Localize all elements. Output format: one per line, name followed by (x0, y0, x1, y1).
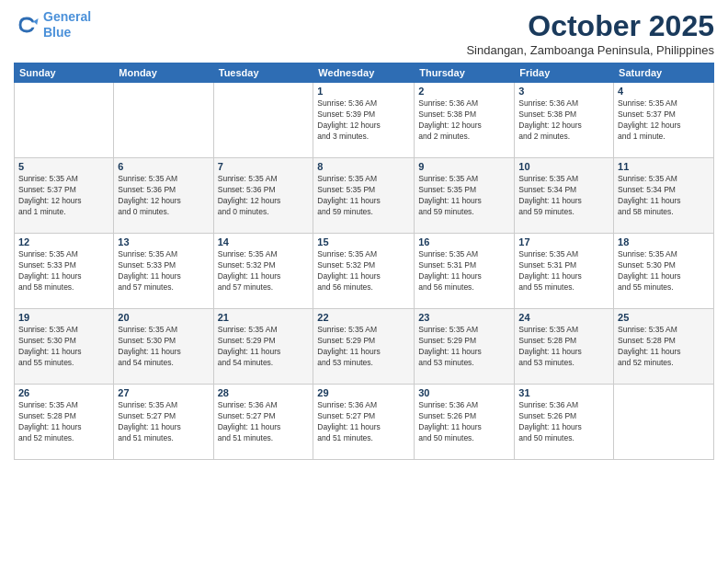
day-info: Sunrise: 5:35 AM Sunset: 5:34 PM Dayligh… (518, 174, 609, 218)
day-number: 2 (418, 86, 510, 97)
day-number: 27 (118, 387, 209, 398)
calendar-week-5: 26Sunrise: 5:35 AM Sunset: 5:28 PM Dayli… (15, 385, 714, 460)
table-row: 15Sunrise: 5:35 AM Sunset: 5:32 PM Dayli… (313, 234, 415, 309)
day-number: 3 (518, 86, 609, 97)
day-number: 17 (518, 236, 609, 247)
day-number: 31 (518, 387, 609, 398)
day-info: Sunrise: 5:35 AM Sunset: 5:33 PM Dayligh… (18, 249, 109, 293)
day-info: Sunrise: 5:35 AM Sunset: 5:37 PM Dayligh… (618, 98, 710, 143)
month-title: October 2025 (466, 9, 714, 43)
table-row: 31Sunrise: 5:36 AM Sunset: 5:26 PM Dayli… (515, 385, 614, 460)
table-row: 29Sunrise: 5:36 AM Sunset: 5:27 PM Dayli… (313, 385, 415, 460)
day-number: 9 (418, 161, 510, 172)
day-number: 23 (418, 312, 510, 323)
table-row: 4Sunrise: 5:35 AM Sunset: 5:37 PM Daylig… (614, 83, 714, 158)
day-info: Sunrise: 5:36 AM Sunset: 5:38 PM Dayligh… (418, 98, 510, 143)
calendar-week-2: 5Sunrise: 5:35 AM Sunset: 5:37 PM Daylig… (15, 158, 714, 234)
title-section: October 2025 Sindangan, Zamboanga Penins… (466, 9, 714, 57)
day-info: Sunrise: 5:35 AM Sunset: 5:29 PM Dayligh… (418, 325, 510, 369)
table-row: 19Sunrise: 5:35 AM Sunset: 5:30 PM Dayli… (15, 309, 114, 385)
col-friday: Friday (515, 63, 614, 83)
day-info: Sunrise: 5:35 AM Sunset: 5:28 PM Dayligh… (18, 400, 109, 444)
table-row: 28Sunrise: 5:36 AM Sunset: 5:27 PM Dayli… (213, 385, 313, 460)
col-sunday: Sunday (15, 63, 114, 83)
day-number: 14 (218, 236, 310, 247)
day-info: Sunrise: 5:35 AM Sunset: 5:32 PM Dayligh… (218, 249, 310, 293)
day-number: 16 (418, 236, 510, 247)
table-row: 14Sunrise: 5:35 AM Sunset: 5:32 PM Dayli… (213, 234, 313, 309)
table-row: 23Sunrise: 5:35 AM Sunset: 5:29 PM Dayli… (415, 309, 515, 385)
day-info: Sunrise: 5:35 AM Sunset: 5:34 PM Dayligh… (618, 174, 710, 218)
day-number: 29 (317, 387, 410, 398)
day-info: Sunrise: 5:36 AM Sunset: 5:27 PM Dayligh… (317, 400, 410, 444)
col-thursday: Thursday (415, 63, 515, 83)
table-row: 3Sunrise: 5:36 AM Sunset: 5:38 PM Daylig… (515, 83, 614, 158)
table-row: 5Sunrise: 5:35 AM Sunset: 5:37 PM Daylig… (15, 158, 114, 234)
day-number: 7 (218, 161, 310, 172)
day-info: Sunrise: 5:35 AM Sunset: 5:29 PM Dayligh… (218, 325, 310, 369)
day-info: Sunrise: 5:35 AM Sunset: 5:29 PM Dayligh… (317, 325, 410, 369)
col-tuesday: Tuesday (213, 63, 313, 83)
calendar: Sunday Monday Tuesday Wednesday Thursday… (14, 63, 714, 460)
day-info: Sunrise: 5:35 AM Sunset: 5:31 PM Dayligh… (518, 249, 609, 293)
day-info: Sunrise: 5:36 AM Sunset: 5:38 PM Dayligh… (518, 98, 609, 143)
table-row: 24Sunrise: 5:35 AM Sunset: 5:28 PM Dayli… (515, 309, 614, 385)
day-info: Sunrise: 5:36 AM Sunset: 5:27 PM Dayligh… (218, 400, 310, 444)
logo-icon (14, 12, 40, 38)
table-row: 7Sunrise: 5:35 AM Sunset: 5:36 PM Daylig… (213, 158, 313, 234)
calendar-week-4: 19Sunrise: 5:35 AM Sunset: 5:30 PM Dayli… (15, 309, 714, 385)
col-wednesday: Wednesday (313, 63, 415, 83)
location: Sindangan, Zamboanga Peninsula, Philippi… (466, 43, 714, 57)
table-row: 9Sunrise: 5:35 AM Sunset: 5:35 PM Daylig… (415, 158, 515, 234)
table-row: 8Sunrise: 5:35 AM Sunset: 5:35 PM Daylig… (313, 158, 415, 234)
day-number: 20 (118, 312, 209, 323)
day-info: Sunrise: 5:35 AM Sunset: 5:37 PM Dayligh… (18, 174, 109, 218)
day-info: Sunrise: 5:36 AM Sunset: 5:39 PM Dayligh… (317, 98, 410, 143)
day-info: Sunrise: 5:35 AM Sunset: 5:32 PM Dayligh… (317, 249, 410, 293)
day-number: 4 (618, 86, 710, 97)
day-info: Sunrise: 5:35 AM Sunset: 5:36 PM Dayligh… (218, 174, 310, 218)
day-info: Sunrise: 5:36 AM Sunset: 5:26 PM Dayligh… (418, 400, 510, 444)
table-row: 30Sunrise: 5:36 AM Sunset: 5:26 PM Dayli… (415, 385, 515, 460)
table-row: 21Sunrise: 5:35 AM Sunset: 5:29 PM Dayli… (213, 309, 313, 385)
table-row: 20Sunrise: 5:35 AM Sunset: 5:30 PM Dayli… (114, 309, 213, 385)
logo-text: General Blue (43, 9, 91, 40)
table-row (213, 83, 313, 158)
table-row (114, 83, 213, 158)
day-info: Sunrise: 5:35 AM Sunset: 5:35 PM Dayligh… (317, 174, 410, 218)
day-info: Sunrise: 5:35 AM Sunset: 5:28 PM Dayligh… (518, 325, 609, 369)
table-row: 11Sunrise: 5:35 AM Sunset: 5:34 PM Dayli… (614, 158, 714, 234)
table-row: 2Sunrise: 5:36 AM Sunset: 5:38 PM Daylig… (415, 83, 515, 158)
day-info: Sunrise: 5:35 AM Sunset: 5:30 PM Dayligh… (618, 249, 710, 293)
day-info: Sunrise: 5:35 AM Sunset: 5:30 PM Dayligh… (118, 325, 209, 369)
calendar-header-row: Sunday Monday Tuesday Wednesday Thursday… (15, 63, 714, 83)
table-row: 17Sunrise: 5:35 AM Sunset: 5:31 PM Dayli… (515, 234, 614, 309)
day-number: 5 (18, 161, 109, 172)
day-number: 15 (317, 236, 410, 247)
day-info: Sunrise: 5:35 AM Sunset: 5:28 PM Dayligh… (618, 325, 710, 369)
day-info: Sunrise: 5:35 AM Sunset: 5:36 PM Dayligh… (118, 174, 209, 218)
table-row: 26Sunrise: 5:35 AM Sunset: 5:28 PM Dayli… (15, 385, 114, 460)
table-row: 16Sunrise: 5:35 AM Sunset: 5:31 PM Dayli… (415, 234, 515, 309)
day-info: Sunrise: 5:35 AM Sunset: 5:33 PM Dayligh… (118, 249, 209, 293)
day-number: 1 (317, 86, 410, 97)
day-number: 12 (18, 236, 109, 247)
day-number: 28 (218, 387, 310, 398)
page-header: General Blue October 2025 Sindangan, Zam… (14, 9, 714, 57)
table-row (614, 385, 714, 460)
table-row: 27Sunrise: 5:35 AM Sunset: 5:27 PM Dayli… (114, 385, 213, 460)
day-number: 11 (618, 161, 710, 172)
day-info: Sunrise: 5:36 AM Sunset: 5:26 PM Dayligh… (518, 400, 609, 444)
day-info: Sunrise: 5:35 AM Sunset: 5:31 PM Dayligh… (418, 249, 510, 293)
day-number: 30 (418, 387, 510, 398)
day-info: Sunrise: 5:35 AM Sunset: 5:35 PM Dayligh… (418, 174, 510, 218)
calendar-week-1: 1Sunrise: 5:36 AM Sunset: 5:39 PM Daylig… (15, 83, 714, 158)
day-number: 19 (18, 312, 109, 323)
table-row: 1Sunrise: 5:36 AM Sunset: 5:39 PM Daylig… (313, 83, 415, 158)
table-row: 10Sunrise: 5:35 AM Sunset: 5:34 PM Dayli… (515, 158, 614, 234)
day-number: 22 (317, 312, 410, 323)
logo: General Blue (14, 9, 91, 40)
day-number: 6 (118, 161, 209, 172)
day-number: 25 (618, 312, 710, 323)
table-row: 13Sunrise: 5:35 AM Sunset: 5:33 PM Dayli… (114, 234, 213, 309)
